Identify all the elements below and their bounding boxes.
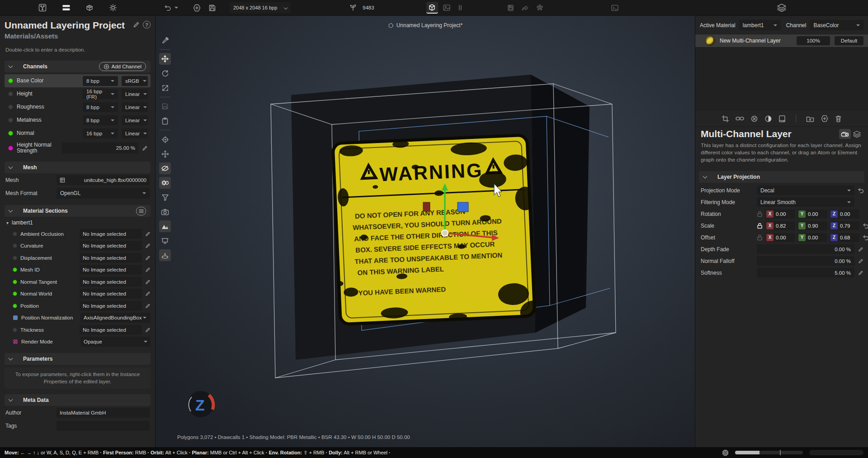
add-layer-button[interactable] <box>821 114 829 123</box>
map-value-field[interactable]: No Image selected <box>80 289 142 299</box>
pencil-icon[interactable] <box>145 303 151 309</box>
export-button[interactable] <box>519 2 531 14</box>
display-settings-button[interactable] <box>159 177 171 189</box>
colorspace-dropdown[interactable]: Linear <box>122 89 148 99</box>
warning-decal[interactable]: WARNING DO NOT OPEN FOR ANY REASON WHATS… <box>328 134 548 333</box>
projection-toggle-button[interactable] <box>839 129 851 139</box>
channel-enabled-dot[interactable] <box>8 131 13 136</box>
mask-book-button[interactable] <box>778 115 786 123</box>
focus-target-button[interactable] <box>159 134 171 145</box>
colorspace-dropdown[interactable]: sRGB <box>122 76 148 86</box>
pipette-tool-button[interactable] <box>159 34 171 46</box>
save-view-button[interactable] <box>159 100 171 112</box>
package-view-button[interactable] <box>84 2 95 14</box>
mat-row-normal-tangent[interactable]: Normal Tangent No Image selected <box>5 276 151 288</box>
add-folder-button[interactable] <box>806 115 814 122</box>
layer-projection-header[interactable]: Layer Projection <box>699 171 864 183</box>
author-field[interactable]: InstaMaterial GmbH <box>57 408 150 418</box>
add-channel-button[interactable]: Add Channel <box>99 62 146 71</box>
layer-thumbnail[interactable] <box>705 36 715 46</box>
channel-row-height-normal-strength[interactable]: Height Normal Strength 25.00 % <box>5 140 151 156</box>
bpp-dropdown[interactable]: 8 bpp <box>83 115 118 125</box>
channel-row-normal[interactable]: Normal 16 bpp Linear <box>5 127 151 140</box>
mat-row-thickness[interactable]: Thickness No Image selected <box>5 324 151 336</box>
channels-section-header[interactable]: Channels Add Channel <box>5 61 151 72</box>
channel-enabled-dot[interactable] <box>8 91 13 96</box>
scale-y-field[interactable]: Y0.90 <box>797 221 827 230</box>
help-button[interactable]: ? <box>143 21 151 29</box>
map-mode-square[interactable] <box>13 315 18 320</box>
add-project-button[interactable] <box>191 2 203 14</box>
map-value-field[interactable]: No Image selected <box>80 229 142 239</box>
offset-y-field[interactable]: Y0.00 <box>797 233 827 242</box>
hide-gizmos-button[interactable] <box>159 162 171 174</box>
pencil-icon[interactable] <box>857 270 864 276</box>
map-enabled-dot[interactable] <box>13 243 17 248</box>
softness-field[interactable]: 5.00 % <box>757 268 854 277</box>
lock-icon[interactable] <box>757 223 763 229</box>
save-button[interactable] <box>206 2 218 14</box>
normal-falloff-field[interactable]: 0.00 % <box>757 256 854 266</box>
tags-field[interactable] <box>57 421 150 431</box>
pencil-icon[interactable] <box>857 258 864 264</box>
map-enabled-dot[interactable] <box>13 304 17 308</box>
open-mesh-icon[interactable] <box>60 177 65 183</box>
mat-row-ambient-occlusion[interactable]: Ambient Occlusion No Image selected <box>5 228 151 240</box>
offset-z-field[interactable]: Z0.68 <box>830 233 859 242</box>
filter-button[interactable] <box>159 191 171 203</box>
layer-row-selected[interactable]: New Multi-Channel Layer 100% Default <box>695 34 868 48</box>
node-graph-view-button[interactable] <box>37 2 48 14</box>
contrast-button[interactable] <box>764 115 772 123</box>
filtering-mode-dropdown[interactable]: Linear Smooth <box>757 197 854 207</box>
map-enabled-dot[interactable] <box>13 232 17 236</box>
scale-z-field[interactable]: Z0.79 <box>830 221 859 230</box>
map-value-field[interactable]: No Image selected <box>80 253 142 263</box>
channel-enabled-dot[interactable] <box>8 105 13 110</box>
view-3d-button[interactable] <box>426 2 438 14</box>
pencil-icon[interactable] <box>142 145 148 151</box>
rotation-y-field[interactable]: Y0.00 <box>797 210 827 219</box>
pencil-icon[interactable] <box>145 231 151 237</box>
material-sections-header[interactable]: Material Sections <box>5 205 151 217</box>
scale-tool-button[interactable] <box>159 82 171 94</box>
mat-row-position-normalization[interactable]: Position Normalization AxisAlignedBoundi… <box>5 312 151 324</box>
colorspace-dropdown[interactable]: Linear <box>122 129 148 138</box>
metadata-section-header[interactable]: Meta Data <box>5 394 151 406</box>
pencil-icon[interactable] <box>145 279 151 285</box>
memory-usage-slider[interactable] <box>735 451 803 454</box>
bpp-dropdown[interactable]: 16 bpp <box>83 129 118 138</box>
channel-strength-dot[interactable] <box>8 146 13 151</box>
pencil-icon[interactable] <box>145 243 151 248</box>
gizmo-center[interactable] <box>442 230 448 236</box>
map-value-field[interactable]: No Image selected <box>80 241 142 251</box>
channel-row-base-color[interactable]: Base Color 8 bpp sRGB <box>5 74 151 87</box>
project-description-placeholder[interactable]: Double-click to enter a description. <box>5 44 151 55</box>
reset-icon[interactable] <box>862 223 868 229</box>
layer-stack-icon[interactable] <box>777 3 787 12</box>
undo-button[interactable] <box>162 2 174 14</box>
colorspace-dropdown[interactable]: Linear <box>122 102 148 112</box>
rotation-x-field[interactable]: X0.00 <box>765 210 795 219</box>
channel-dropdown[interactable]: BaseColor <box>810 20 863 30</box>
layer-stack-empty-area[interactable] <box>695 48 868 111</box>
strength-value-field[interactable]: 25.00 % <box>62 143 138 153</box>
gizmo-red-handle[interactable] <box>423 202 430 211</box>
map-value-field[interactable]: No Image selected <box>80 277 142 287</box>
pencil-icon[interactable] <box>857 247 864 252</box>
map-value-field[interactable]: No Image selected <box>80 301 142 311</box>
view-2d-button[interactable] <box>441 2 453 14</box>
resolution-dropdown[interactable]: 2048 x 2048 16 bpp <box>230 2 291 13</box>
render-mode-dropdown[interactable]: Opaque <box>80 337 151 347</box>
map-enabled-dot[interactable] <box>13 280 17 284</box>
pencil-icon[interactable] <box>145 327 151 333</box>
map-mode-dropdown[interactable]: AxisAlignedBoundingBox <box>80 313 151 323</box>
delete-layer-button[interactable] <box>835 115 842 123</box>
rename-project-button[interactable] <box>133 21 140 29</box>
channel-row-height[interactable]: Height 16 bpp (FR) Linear <box>5 87 151 100</box>
bake-button[interactable] <box>505 2 517 14</box>
atom-graph-button[interactable] <box>534 2 546 14</box>
rotation-z-field[interactable]: Z0.00 <box>830 210 859 219</box>
atom-disabled-button[interactable] <box>750 115 758 123</box>
layer-blend-dropdown[interactable]: Default <box>835 36 863 45</box>
pencil-icon[interactable] <box>145 267 151 272</box>
